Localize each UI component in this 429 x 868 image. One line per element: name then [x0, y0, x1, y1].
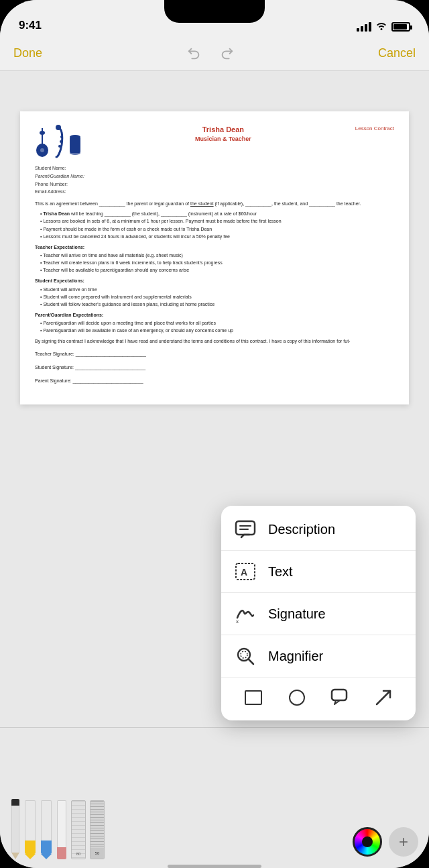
tape-marks: [90, 801, 104, 848]
text-icon: A: [233, 559, 257, 584]
done-button[interactable]: Done: [13, 46, 42, 60]
field-student-name: Student Name:: [35, 165, 394, 172]
doc-logo: [35, 125, 83, 158]
speech-shape[interactable]: [328, 686, 352, 710]
status-time: 9:41: [19, 19, 42, 32]
speech-icon: [330, 688, 349, 707]
rectangle-shape[interactable]: [241, 686, 265, 710]
popup-magnifier-item[interactable]: Magnifier: [221, 635, 416, 677]
field-email: Email Address:: [35, 188, 394, 195]
doc-person-name: Trisha Dean: [91, 125, 355, 135]
text-label: Text: [268, 564, 293, 580]
svg-text:A: A: [241, 567, 247, 578]
popup-text-item[interactable]: A Text: [221, 551, 416, 593]
circle-shape[interactable]: [285, 686, 309, 710]
student-bullet-2: • Student will come prepared with instru…: [40, 294, 394, 301]
student-bullet-3: • Student will follow teacher's guidance…: [40, 301, 394, 308]
highlighter-blue-band: [41, 840, 52, 854]
color-controls: +: [353, 827, 418, 857]
svg-line-20: [249, 659, 253, 664]
signal-bar-2: [361, 26, 363, 32]
battery-icon: [391, 22, 410, 32]
highlighter-yellow-tip: [25, 854, 36, 859]
notch: [164, 0, 265, 23]
signature-icon: x: [233, 602, 257, 626]
svg-point-7: [60, 140, 62, 143]
popup-menu: Description A Text x: [221, 506, 416, 720]
svg-point-8: [58, 145, 61, 148]
toolbar: Done Cancel: [0, 36, 429, 71]
teacher-bullet-3: • Teacher will be available to parent/gu…: [40, 267, 394, 274]
shapes-row: [221, 677, 416, 718]
description-label: Description: [268, 522, 335, 537]
color-wheel[interactable]: [353, 827, 382, 857]
popup-description-item[interactable]: Description: [221, 508, 416, 551]
svg-rect-13: [236, 521, 255, 535]
tape-tool[interactable]: 50: [90, 800, 105, 859]
highlighter-yellow-band: [25, 840, 36, 854]
magnifier-icon: [233, 644, 257, 668]
add-tool-button[interactable]: +: [389, 827, 418, 857]
cancel-button[interactable]: Cancel: [378, 46, 416, 60]
popup-signature-item[interactable]: x Signature: [221, 593, 416, 635]
svg-rect-1: [42, 128, 43, 145]
eraser-tool[interactable]: [56, 800, 67, 859]
signal-bar-1: [357, 28, 359, 32]
svg-point-6: [60, 135, 63, 138]
section-teacher-title: Teacher Expectations:: [35, 244, 394, 251]
undo-button[interactable]: [184, 43, 205, 64]
signal-bar-3: [365, 24, 367, 32]
redo-button[interactable]: [216, 43, 237, 64]
teacher-signature: Teacher Signature: _____________________…: [35, 351, 394, 358]
color-wheel-inner: [362, 836, 373, 847]
signature-label: Signature: [268, 606, 326, 622]
doc-contract-label: Lesson Contract: [355, 125, 394, 132]
tape-number: 50: [95, 851, 100, 855]
signatures: Teacher Signature: _____________________…: [35, 351, 394, 384]
status-icons: [357, 21, 410, 32]
highlighter-blue-body: [41, 800, 52, 840]
magnifier-label: Magnifier: [268, 649, 323, 664]
section-parent-title: Parent/Guardian Expectations:: [35, 312, 394, 319]
ruler-tool[interactable]: 80: [71, 800, 86, 859]
svg-text:x: x: [236, 618, 239, 625]
bullet-4: • Lessons must be cancelled 24 hours in …: [40, 233, 394, 240]
rect-shape-icon: [245, 690, 262, 705]
signal-icon: [357, 22, 371, 32]
doc-header: Trisha Dean Musician & Teacher Lesson Co…: [35, 125, 394, 158]
parent-bullet-1: • Parent/guardian will decide upon a mee…: [40, 320, 394, 327]
svg-point-10: [70, 135, 80, 139]
parent-signature: Parent Signature: ______________________…: [35, 378, 394, 384]
doc-title-block: Trisha Dean Musician & Teacher: [91, 125, 355, 144]
svg-point-5: [56, 125, 61, 130]
doc-person-title: Musician & Teacher: [91, 135, 355, 144]
highlighter-yellow-tool[interactable]: [24, 800, 36, 859]
eraser-body: [57, 800, 66, 847]
teacher-bullet-2: • Teacher will create lesson plans in 6 …: [40, 260, 394, 266]
tools-row: 80 50: [0, 728, 429, 859]
student-bullet-1: • Student will arrive on time: [40, 286, 394, 293]
doc-fields: Student Name: Parent/Guardian Name: Phon…: [35, 165, 394, 195]
bullet-1: • Trisha Dean will be teaching _________…: [40, 211, 394, 217]
svg-point-11: [70, 151, 80, 155]
doc-body: This is an agreement between __________ …: [35, 201, 394, 384]
toolbar-center: [184, 43, 237, 64]
bullet-2: • Lessons are booked in sets of 6, at a …: [40, 218, 394, 225]
highlighter-yellow-body: [25, 800, 36, 840]
arrow-shape[interactable]: [371, 686, 395, 710]
svg-point-4: [40, 148, 44, 152]
section-student-title: Student Expectations:: [35, 278, 394, 284]
ruler-body: 80: [71, 800, 86, 859]
svg-rect-9: [70, 137, 80, 153]
screen: 9:41 Done: [0, 0, 429, 868]
pencil-tip: [11, 799, 19, 806]
ruler-number: 80: [76, 852, 81, 856]
battery-fill: [393, 24, 407, 30]
highlighter-blue-tool[interactable]: [40, 800, 52, 859]
signal-bar-4: [369, 22, 371, 32]
parent-bullet-2: • Parent/guardian will be available in c…: [40, 327, 394, 334]
svg-rect-22: [332, 690, 347, 700]
pencil-point: [11, 853, 19, 859]
pencil-tool[interactable]: [11, 799, 20, 859]
agreement-text: This is an agreement between __________ …: [35, 201, 394, 207]
